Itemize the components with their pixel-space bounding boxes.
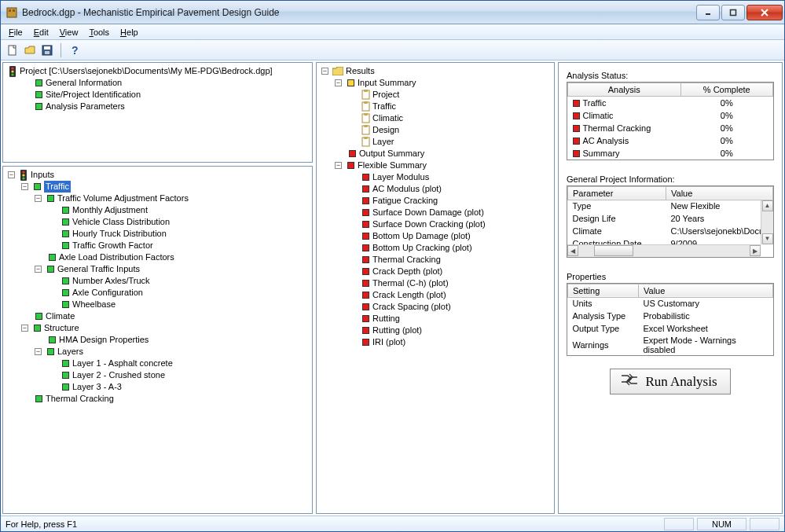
tree-item-layers[interactable]: −Layers (35, 346, 309, 358)
menu-help[interactable]: Help (116, 26, 143, 39)
clipboard-icon (361, 102, 370, 112)
info-param: Design Life (568, 212, 666, 225)
tree-item[interactable]: Crack Spacing (plot) (348, 301, 551, 313)
tree-item[interactable]: Traffic (348, 101, 551, 112)
tree-item-hma[interactable]: HMA Design Properties (35, 334, 309, 346)
tree-item[interactable]: Layer Modulus (348, 171, 551, 183)
tree-item-traffic[interactable]: −Traffic (21, 181, 309, 193)
tree-item-general-info[interactable]: General Information (21, 77, 309, 89)
tree-item-output-summary[interactable]: Output Summary (335, 148, 551, 160)
tree-item-general-traffic[interactable]: −General Traffic Inputs (35, 263, 309, 275)
results-root-node[interactable]: − Results (321, 65, 551, 77)
collapse-icon[interactable]: − (321, 68, 328, 75)
project-root-label: Project [C:\Users\sejonekb\Documents\My … (20, 65, 273, 77)
collapse-icon[interactable]: − (335, 79, 342, 86)
clipboard-icon (361, 138, 370, 147)
tree-item[interactable]: Traffic Growth Factor (48, 240, 309, 251)
app-icon (6, 6, 18, 19)
tree-item[interactable]: Layer (348, 136, 551, 148)
collapse-icon[interactable]: − (35, 195, 42, 202)
tree-item[interactable]: Surface Down Damage (plot) (348, 207, 551, 218)
tree-item[interactable]: Climatic (348, 112, 551, 124)
tree-item[interactable]: Bottom Up Cracking (plot) (348, 242, 551, 254)
tree-item[interactable]: Monthly Adjustment (48, 204, 309, 216)
save-button[interactable] (40, 43, 54, 57)
folder-icon (332, 67, 343, 75)
tree-item[interactable]: Layer 2 - Crushed stone (48, 369, 309, 381)
collapse-icon[interactable]: − (21, 183, 28, 190)
vertical-scrollbar[interactable]: ▲▼ (761, 200, 773, 244)
svg-rect-4 (731, 9, 736, 15)
svg-rect-1 (9, 9, 11, 12)
minimize-button[interactable] (696, 5, 720, 20)
maximize-button[interactable] (721, 5, 745, 20)
window-title: Bedrock.dgp - Mechanistic Empirical Pave… (22, 7, 696, 18)
svg-point-15 (11, 73, 13, 75)
help-button[interactable]: ? (68, 43, 82, 57)
clipboard-icon (361, 126, 370, 135)
open-button[interactable] (23, 43, 37, 57)
tree-item-flexible-summary[interactable]: −Flexible Summary (335, 160, 551, 171)
tree-item-input-summary[interactable]: −Input Summary (335, 77, 551, 89)
tree-item[interactable]: Surface Down Cracking (plot) (348, 218, 551, 230)
tree-item[interactable]: Fatigue Cracking (348, 195, 551, 207)
horizontal-scrollbar[interactable]: ◀▶ (567, 244, 761, 257)
clipboard-icon (361, 90, 370, 100)
svg-rect-9 (44, 46, 50, 50)
info-param: Type (568, 200, 666, 212)
tree-item[interactable]: Axle Configuration (48, 287, 309, 299)
tree-item[interactable]: Rutting (plot) (348, 325, 551, 336)
tree-item-analysis-params[interactable]: Analysis Parameters (21, 101, 309, 112)
prop-name: Units (568, 297, 639, 310)
svg-point-17 (22, 171, 24, 173)
new-button[interactable] (6, 43, 20, 57)
tree-item[interactable]: Layer 3 - A-3 (48, 381, 309, 393)
tree-item[interactable]: AC Modulus (plot) (348, 183, 551, 195)
tree-item[interactable]: Thermal (C-h) (plot) (348, 277, 551, 289)
tree-item[interactable]: Design (348, 124, 551, 136)
toolbar: ? (1, 40, 784, 61)
tree-item-structure[interactable]: −Structure (21, 322, 309, 334)
menu-file[interactable]: File (4, 26, 28, 39)
project-root-node[interactable]: Project [C:\Users\sejonekb\Documents\My … (8, 65, 309, 77)
menu-tools[interactable]: Tools (84, 26, 114, 39)
run-analysis-button[interactable]: Run Analysis (610, 369, 730, 394)
tree-item[interactable]: Bottom Up Damage (plot) (348, 230, 551, 242)
collapse-icon[interactable]: − (35, 348, 42, 355)
tree-item-climate[interactable]: Climate (21, 310, 309, 322)
tree-item[interactable]: Project (348, 89, 551, 101)
tree-item[interactable]: Crack Length (plot) (348, 289, 551, 301)
tree-item-traffic-volume[interactable]: −Traffic Volume Adjustment Factors (35, 193, 309, 204)
svg-rect-10 (45, 51, 50, 54)
tree-item[interactable]: IRI (plot) (348, 336, 551, 348)
tree-item-axle-load[interactable]: Axle Load Distribution Factors (35, 251, 309, 263)
tree-item[interactable]: Wheelbase (48, 299, 309, 310)
project-tree[interactable]: Project [C:\Users\sejonekb\Documents\My … (3, 63, 312, 115)
tree-item[interactable]: Crack Depth (plot) (348, 266, 551, 277)
tree-item-thermal[interactable]: Thermal Cracking (21, 393, 309, 405)
collapse-icon[interactable]: − (335, 162, 342, 169)
run-icon (620, 372, 639, 391)
tree-item[interactable]: Layer 1 - Asphalt concrete (48, 358, 309, 369)
tree-item[interactable]: Hourly Truck Distribution (48, 228, 309, 240)
status-row-pct: 0% (680, 134, 772, 147)
prop-value: Probabilistic (639, 310, 773, 322)
tree-item[interactable]: Thermal Cracking (348, 254, 551, 266)
results-tree[interactable]: − Results −Input Summary Project Traffic (317, 63, 554, 350)
tree-item[interactable]: Rutting (348, 313, 551, 325)
tree-item-site-id[interactable]: Site/Project Identification (21, 89, 309, 101)
inputs-tree[interactable]: − Inputs −Traffic −Traffic Volume Adjust (3, 167, 312, 407)
close-button[interactable] (746, 5, 783, 20)
properties-label: Properties (567, 272, 774, 281)
tree-item[interactable]: Vehicle Class Distribution (48, 216, 309, 228)
menu-edit[interactable]: Edit (29, 26, 53, 39)
svg-rect-27 (364, 125, 368, 127)
svg-point-13 (11, 67, 13, 69)
collapse-icon[interactable]: − (21, 325, 28, 332)
collapse-icon[interactable]: − (35, 266, 42, 273)
collapse-icon[interactable]: − (8, 171, 15, 178)
menu-view[interactable]: View (55, 26, 83, 39)
inputs-root-node[interactable]: − Inputs (8, 169, 309, 181)
titlebar[interactable]: Bedrock.dgp - Mechanistic Empirical Pave… (1, 1, 784, 24)
tree-item[interactable]: Number Axles/Truck (48, 275, 309, 287)
